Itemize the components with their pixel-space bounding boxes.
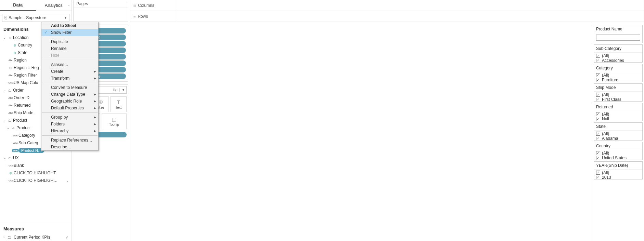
checkbox-icon: ✓ — [596, 117, 600, 121]
filter-checkbox-item[interactable]: ✓First Class — [594, 98, 642, 101]
checkbox-icon: ✓ — [596, 171, 600, 175]
filter-checkbox-all[interactable]: ✓(All) — [594, 92, 642, 98]
menu-show-filter[interactable]: ✓Show Filter — [41, 29, 98, 36]
filter-card: Returned✓(All)✓Null — [594, 103, 643, 121]
filter-checkbox-item[interactable]: ✓Accessories — [594, 59, 642, 62]
filter-checkbox-all[interactable]: ✓(All) — [594, 72, 642, 78]
viz-canvas[interactable] — [130, 22, 592, 241]
datasource-selector[interactable]: ⎘ Sample - Superstore ▼ — [2, 14, 69, 22]
filter-checkbox-item[interactable]: ✓United States — [594, 156, 642, 160]
columns-shelf[interactable] — [176, 0, 644, 11]
chevron-down-icon: ▼ — [64, 16, 67, 19]
chevron-right-icon: ▶ — [94, 70, 96, 73]
data-sidebar: Data Analytics ◦ ⎘ Sample - Superstore ▼… — [0, 0, 72, 241]
menu-duplicate[interactable]: Duplicate — [41, 38, 98, 45]
menu-folders[interactable]: Folders▶ — [41, 121, 98, 128]
rows-shelf[interactable] — [176, 11, 644, 22]
field-blank[interactable]: =AbcBlank — [1, 162, 70, 169]
checkbox-icon: ✓ — [596, 73, 600, 77]
columns-icon: iii — [133, 3, 136, 8]
filter-card: Category✓(All)✓Furniture — [594, 64, 643, 82]
checkbox-icon: ✓ — [596, 156, 600, 160]
chevron-down-icon: ▼ — [119, 88, 125, 92]
filter-checkbox-all[interactable]: ✓(All) — [594, 150, 642, 156]
field-click-highlight-1[interactable]: ⊕CLICK TO HIGHLIGHT — [1, 169, 70, 177]
chevron-down-icon[interactable]: ⌄ — [66, 179, 69, 183]
filter-checkbox-all[interactable]: ✓(All) — [594, 131, 642, 137]
menu-rename[interactable]: Rename — [41, 45, 98, 52]
checkbox-icon: ✓ — [596, 176, 600, 179]
pages-shelf[interactable] — [74, 8, 128, 22]
filter-panels: Product NameSub-Category✓(All)✓Accessori… — [592, 22, 644, 241]
pin-icon: ◦ — [68, 3, 69, 7]
chevron-right-icon: ▶ — [94, 116, 96, 119]
checkbox-icon: ✓ — [596, 151, 600, 155]
filter-card-title: Category — [594, 64, 642, 72]
datasource-label: Sample - Superstore — [9, 15, 46, 20]
filter-card: Country✓(All)✓United States — [594, 142, 643, 160]
checkbox-icon: ✓ — [596, 132, 600, 136]
chevron-right-icon: ▶ — [94, 77, 96, 80]
checkbox-icon: ✓ — [596, 137, 600, 140]
menu-convert-to-measure[interactable]: Convert to Measure — [41, 84, 98, 91]
menu-default-properties[interactable]: Default Properties▶ — [41, 105, 98, 111]
measures-header: Measures — [0, 224, 72, 233]
filter-checkbox-item[interactable]: ✓Null — [594, 117, 642, 121]
menu-hierarchy[interactable]: Hierarchy▶ — [41, 128, 98, 134]
size-icon: ⦾ — [99, 99, 103, 105]
chevron-right-icon: ▶ — [94, 99, 96, 103]
checkbox-icon: ✓ — [596, 112, 600, 116]
menu-transform[interactable]: Transform▶ — [41, 75, 98, 82]
rows-icon: ≡ — [133, 14, 136, 18]
filter-card: Ship Mode✓(All)✓First Class — [594, 83, 643, 102]
filter-card-title: Sub-Category — [594, 45, 642, 53]
folder-ux[interactable]: ⌄🗀UX — [1, 154, 70, 162]
marks-text[interactable]: TText — [110, 96, 127, 112]
filter-search-input[interactable] — [596, 35, 640, 41]
menu-aliases[interactable]: Aliases… — [41, 61, 98, 68]
menu-hide: Hide — [41, 52, 98, 59]
menu-describe[interactable]: Describe… — [41, 144, 98, 150]
field-click-highlight-2[interactable]: =AbcCLICK TO HIGHLIGH…⌄ — [1, 177, 70, 184]
datasource-icon: ⎘ — [4, 15, 7, 20]
tooltip-icon: ⬚ — [112, 117, 116, 122]
filter-card-title: Returned — [594, 103, 642, 111]
text-icon: T — [117, 99, 120, 105]
filter-checkbox-all[interactable]: ✓(All) — [594, 170, 642, 176]
filter-checkbox-all[interactable]: ✓(All) — [594, 53, 642, 59]
filter-card: State✓(All)✓Alabama — [594, 122, 643, 140]
menu-change-data-type[interactable]: Change Data Type▶ — [41, 91, 98, 98]
columns-shelf-label: iii Columns — [130, 0, 176, 11]
menu-group-by[interactable]: Group by▶ — [41, 114, 98, 121]
tab-analytics[interactable]: Analytics ◦ — [36, 0, 72, 11]
filter-card-title: Country — [594, 142, 642, 150]
pages-card-title: Pages — [74, 0, 128, 8]
tab-data[interactable]: Data — [0, 0, 36, 11]
filter-checkbox-item[interactable]: ✓Alabama — [594, 137, 642, 140]
filter-card-title: YEAR(Ship Date) — [594, 162, 642, 170]
expand-icon[interactable]: ⤢ — [65, 236, 68, 239]
filter-card: Product Name — [594, 25, 643, 43]
checkbox-icon: ✓ — [596, 98, 600, 101]
checkbox-icon: ✓ — [596, 78, 600, 82]
checkbox-icon: ✓ — [596, 93, 600, 97]
menu-add-to-sheet[interactable]: Add to Sheet — [41, 22, 98, 29]
filter-checkbox-all[interactable]: ✓(All) — [594, 111, 642, 117]
menu-replace-references[interactable]: Replace References… — [41, 137, 98, 144]
field-context-menu: Add to Sheet ✓Show Filter Duplicate Rena… — [41, 22, 99, 151]
check-icon: ✓ — [44, 30, 47, 35]
tab-analytics-label: Analytics — [45, 3, 63, 8]
checkbox-icon: ✓ — [596, 59, 600, 62]
filter-card-title: Product Name — [594, 25, 642, 33]
checkbox-icon: ✓ — [596, 54, 600, 58]
menu-create[interactable]: Create▶ — [41, 68, 98, 75]
chevron-right-icon: ▶ — [94, 93, 96, 96]
marks-tooltip[interactable]: ⬚Tooltip — [102, 113, 127, 129]
folder-current-kpis[interactable]: › 🗀 Current Period KPIs ⤢ — [0, 233, 72, 241]
menu-geographic-role[interactable]: Geographic Role▶ — [41, 98, 98, 105]
chevron-right-icon: ▶ — [94, 129, 96, 133]
chevron-right-icon: ▶ — [94, 122, 96, 126]
filter-card-title: Ship Mode — [594, 84, 642, 92]
filter-checkbox-item[interactable]: ✓2013 — [594, 176, 642, 179]
filter-checkbox-item[interactable]: ✓Furniture — [594, 78, 642, 82]
